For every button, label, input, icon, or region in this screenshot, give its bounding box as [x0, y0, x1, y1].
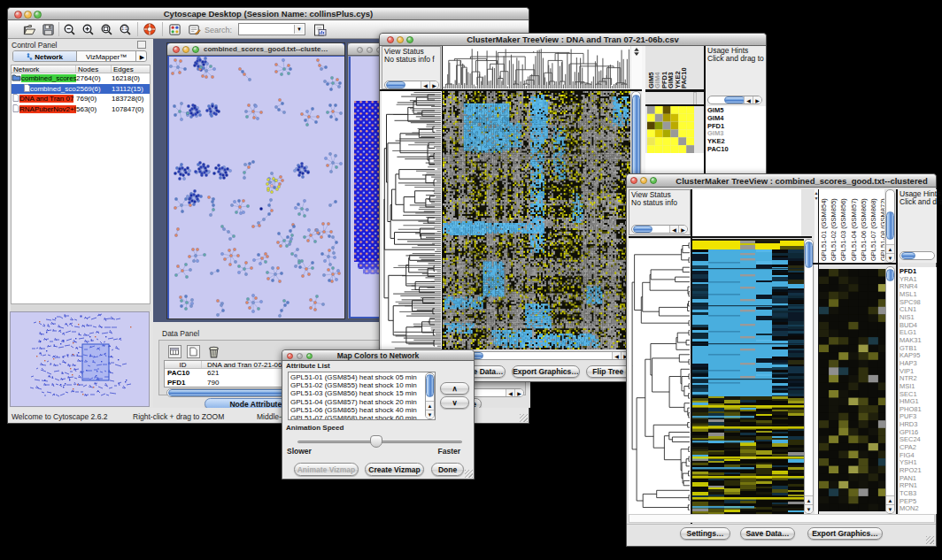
svg-text:1:1: 1:1 [121, 27, 127, 31]
